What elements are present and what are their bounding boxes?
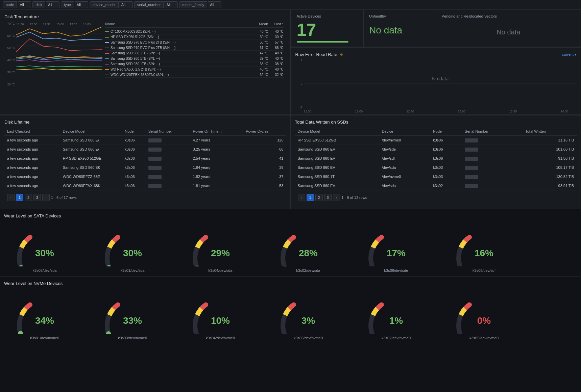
disk-lifetime-page-1[interactable]: 1 — [16, 194, 23, 201]
cell-total-written: 105.17 TiB — [523, 163, 577, 172]
total-data-prev[interactable]: ‹ — [298, 194, 305, 201]
cell-node: k3s03 — [430, 172, 462, 181]
cell-device: /dev/nvme0 — [379, 172, 430, 181]
total-data-tbody: HP SSD EX950 512GB /dev/nvme0 k3s06 mask… — [295, 136, 577, 190]
raw-error-title-row: Raw Error Read Rate ⚠ current ▾ — [295, 52, 577, 57]
gauge-wrap: 0%k3s05/dev/nvme0 — [443, 290, 525, 340]
disk-lifetime-page-3[interactable]: 3 — [33, 194, 41, 201]
cell-power-on-time: 3.25 years — [190, 145, 243, 154]
legend-color-dot — [105, 64, 109, 64]
cell-node: k3s06 — [122, 145, 145, 154]
cell-device-model: HP SSD EX950 512GE — [60, 154, 122, 163]
disk-lifetime-prev[interactable]: ‹ — [7, 194, 15, 201]
gauge-value-text: 29% — [211, 248, 230, 258]
disk-temp-chart: 70 °C 60 °C 50 °C 40 °C 30 °C 20 °C — [4, 22, 102, 93]
cell-serial: masked — [462, 145, 523, 154]
total-data-page-2[interactable]: 2 — [315, 194, 323, 201]
filter-group-type: type All — [61, 1, 88, 8]
disk-lifetime-page-2[interactable]: 2 — [25, 194, 32, 201]
filter-group-serial: serial_number All — [134, 1, 178, 8]
cell-node: k3s06 — [122, 163, 145, 172]
current-dropdown[interactable]: current ▾ — [562, 52, 577, 57]
active-devices-label: Active Devices — [297, 14, 358, 18]
cell-node: k3s06 — [122, 172, 145, 181]
cell-serial: masked — [146, 145, 190, 154]
total-data-header-row: Device Model Device Node Serial Number T… — [295, 127, 577, 136]
gauge-svg: 33% — [99, 290, 166, 334]
legend-item-last: 40 °C — [268, 30, 284, 33]
legend-item-last: 40 °C — [268, 68, 284, 71]
cell-device-model: HP SSD EX950 512GB — [295, 136, 379, 145]
cell-serial: masked — [146, 163, 190, 172]
filter-select-disk[interactable]: All — [46, 1, 59, 8]
gauge-label: k3s03/dev/sda — [33, 268, 57, 272]
legend-header: Name Mean Last * — [105, 22, 284, 28]
legend-item: WDC WD120EFBX-68B0EN0 (S/N: ···) 32 °C 3… — [105, 72, 284, 78]
cell-node: k3s06 — [122, 181, 145, 190]
gauge-value-text: 30% — [35, 248, 54, 258]
gauge-wrap: 10%k3s04/dev/nvme0 — [180, 290, 261, 340]
filter-select-serial[interactable]: All — [164, 1, 178, 8]
legend-item-last: 57 °C — [268, 41, 284, 44]
sata-gauges-row: 30%k3s03/dev/sda30%k3s01/dev/sda29%k3s04… — [4, 223, 577, 272]
gauge-label: k3s06/dev/sdf — [473, 268, 495, 272]
wear-level-sata-title: Wear Level on SATA Devices — [4, 213, 577, 218]
filter-bar: node All disk All type All device_model … — [0, 0, 581, 10]
legend-item-mean: 39 °C — [253, 57, 268, 60]
cell-last-checked: a few seconds ago — [4, 136, 60, 145]
gauge-label: k3s02/dev/nvme0 — [382, 336, 411, 340]
gauge-value-text: 10% — [211, 315, 230, 326]
total-data-page-3[interactable]: 3 — [324, 194, 332, 201]
total-data-next[interactable]: › — [333, 194, 340, 201]
legend-item-mean: 58 °C — [253, 41, 268, 44]
active-devices-value: 17 — [297, 21, 358, 38]
gauge-svg: 0% — [450, 290, 518, 334]
table-row: Samsung SSD 860 EV /dev/sdf k3s06 masked… — [295, 154, 577, 163]
cell-node: k3s06 — [122, 136, 145, 145]
cell-device: /dev/sda — [379, 181, 430, 190]
wear-level-nvme-title: Wear Level on NVMe Devices — [4, 281, 577, 286]
disk-lifetime-next[interactable]: › — [42, 194, 50, 201]
disk-temperature-panel: Disk Temperature 70 °C 60 °C 50 °C 40 °C… — [0, 10, 291, 115]
unhealthy-box: Unhealthy No data — [363, 10, 436, 47]
cell-serial: masked — [146, 181, 190, 190]
legend-color-dot — [105, 58, 109, 59]
table-row: a few seconds ago WDC WD80EFZZ-68E k3s06… — [4, 172, 286, 181]
col-serial: Serial Number — [146, 127, 190, 136]
disk-temp-legend: Name Mean Last * CT1000MX500SSD1 (S/N: ·… — [102, 22, 286, 110]
legend-color-dot — [105, 75, 109, 75]
filter-select-node[interactable]: All — [18, 1, 31, 8]
raw-error-title-text: Raw Error Read Rate — [295, 52, 337, 57]
gauge-value-text: 33% — [123, 315, 142, 326]
warning-icon: ⚠ — [339, 52, 344, 57]
cell-power-on-time: 1.82 years — [190, 172, 243, 181]
legend-item: CT1000MX500SSD1 (S/N: ···) 40 °C 40 °C — [105, 29, 284, 34]
disk-lifetime-table: Last Checked Device Model Node Serial Nu… — [4, 127, 286, 190]
col-device-model-2: Device Model — [295, 127, 379, 136]
wear-level-sata-section: Wear Level on SATA Devices 30%k3s03/dev/… — [0, 209, 581, 277]
col-device-model: Device Model — [60, 127, 122, 136]
gauge-svg: 28% — [274, 223, 342, 266]
total-data-written-table: Device Model Device Node Serial Number T… — [295, 127, 577, 190]
cell-power-cycles: 37 — [243, 172, 286, 181]
cell-total-written: 91.50 TiB — [523, 154, 577, 163]
cell-power-cycles: 53 — [243, 181, 286, 190]
col-node: Node — [122, 127, 145, 136]
gauge-wrap: 34%k3s01/dev/nvme0 — [4, 290, 85, 340]
gauge-value-text: 28% — [299, 248, 318, 258]
cell-device-model: WDC WD80EFZZ-68E — [60, 172, 122, 181]
disk-temp-y-axis: 70 °C 60 °C 50 °C 40 °C 30 °C 20 °C — [4, 22, 16, 86]
cell-power-on-time: 4.27 years — [190, 136, 243, 145]
filter-label-device-model: device_model — [90, 1, 119, 8]
legend-item-name: Samsung SSD 980 1TB (S/N: ···) — [111, 62, 253, 66]
table-row: a few seconds ago WDC WD80EFAX-68K k3s06… — [4, 181, 286, 190]
total-data-page-1[interactable]: 1 — [307, 194, 314, 201]
cell-device: /dev/sdf — [379, 154, 430, 163]
filter-select-device-model[interactable]: All — [119, 1, 133, 8]
cell-power-cycles: 41 — [243, 154, 286, 163]
filter-select-type[interactable]: All — [75, 1, 88, 8]
filter-select-model-family[interactable]: All — [208, 1, 221, 8]
filter-label-disk: disk — [32, 1, 45, 8]
col-node-2: Node — [430, 127, 462, 136]
legend-item: WD Red SA500 2.5 2TB (S/N: ···) 40 °C 40… — [105, 67, 284, 72]
